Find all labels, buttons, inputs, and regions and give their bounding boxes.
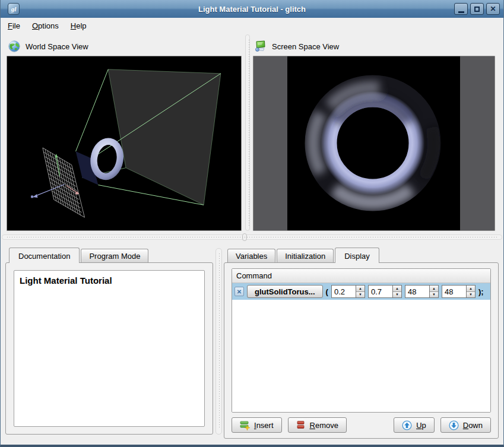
arg-1-down-button[interactable]: ▼ [356, 292, 364, 298]
tab-display[interactable]: Display [335, 248, 379, 263]
down-arrow-icon: ▼ [359, 293, 362, 296]
minimize-button[interactable] [454, 3, 468, 15]
world-view-section: World Space View [7, 33, 242, 231]
remove-icon [296, 420, 306, 430]
command-name-button[interactable]: glutSolidTorus... [247, 285, 323, 298]
documentation-text-area[interactable]: Light Material Tutorial [14, 270, 205, 427]
command-row[interactable]: ✕ glutSolidTorus... ( 0.2 ▲ ▼ 0.7 [232, 283, 490, 300]
maximize-button[interactable] [470, 3, 484, 15]
arg-2-up-button[interactable]: ▲ [393, 286, 401, 292]
tab-program-mode[interactable]: Program Mode [81, 249, 148, 262]
tab-documentation[interactable]: Documentation [9, 248, 80, 263]
arg-1-up-button[interactable]: ▲ [356, 286, 364, 292]
close-icon: ✕ [490, 5, 496, 13]
window-bottom-edge [1, 442, 503, 444]
command-buttons-row: Insert Remove [232, 417, 491, 433]
app-icon[interactable]: gl [8, 3, 20, 15]
arg-3-down-button[interactable]: ▼ [430, 292, 438, 298]
main-splitter[interactable] [2, 234, 502, 240]
documentation-title: Light Material Tutorial [20, 275, 199, 286]
tab-variables[interactable]: Variables [227, 249, 275, 262]
tab-initialization[interactable]: Initialization [277, 249, 334, 262]
right-tab-bar: Variables Initialization Display [224, 240, 499, 262]
up-arrow-icon: ▲ [469, 287, 473, 290]
up-button[interactable]: Up [394, 417, 435, 433]
menu-bar: File Options Help [1, 18, 503, 33]
arg-2-value[interactable]: 0.7 [368, 285, 392, 298]
menu-options[interactable]: Options [32, 21, 59, 30]
documentation-page: Light Material Tutorial [5, 262, 213, 435]
arg-4-down-button[interactable]: ▼ [467, 292, 475, 298]
open-paren: ( [326, 287, 328, 296]
checkbox-x-icon: ✕ [237, 289, 242, 295]
remove-label: Remove [310, 421, 338, 430]
bottom-splitter[interactable] [215, 248, 222, 435]
title-bar[interactable]: gl Light Material Tutorial - glitch ✕ [1, 0, 503, 18]
screen-view-section: Screen Space View [253, 33, 495, 231]
close-paren: ); [478, 287, 484, 296]
arg-1-value[interactable]: 0.2 [331, 285, 356, 298]
remove-button[interactable]: Remove [288, 417, 347, 433]
down-arrow-icon: ▼ [432, 293, 436, 296]
command-enabled-checkbox[interactable]: ✕ [234, 287, 244, 296]
viewports-row: World Space View [1, 33, 503, 231]
up-label: Up [416, 421, 426, 430]
move-down-icon [449, 420, 459, 430]
screen-view-title: Screen Space View [272, 42, 339, 51]
left-tab-bar: Documentation Program Mode [5, 240, 213, 262]
globe-icon [8, 40, 21, 53]
app-window: gl Light Material Tutorial - glitch ✕ Fi… [0, 0, 504, 447]
monitor-icon [254, 40, 267, 53]
arg-3-value[interactable]: 48 [405, 285, 429, 298]
close-button[interactable]: ✕ [486, 3, 500, 15]
up-arrow-icon: ▲ [395, 287, 399, 290]
arg-spinner-2: 0.7 ▲ ▼ [368, 285, 402, 298]
command-header-label: Command [236, 271, 272, 280]
insert-button[interactable]: Insert [232, 417, 282, 433]
down-arrow-icon: ▼ [469, 293, 473, 296]
command-column-header: Command [232, 269, 490, 283]
screen-view-header: Screen Space View [253, 33, 495, 56]
down-arrow-icon: ▼ [395, 293, 399, 296]
down-button[interactable]: Down [440, 417, 491, 433]
arg-3-up-button[interactable]: ▲ [430, 286, 438, 292]
documentation-section: Documentation Program Mode Light Materia… [5, 240, 213, 442]
arg-2-down-button[interactable]: ▼ [393, 292, 401, 298]
command-list: Command ✕ glutSolidTorus... ( 0.2 ▲ ▼ [232, 268, 491, 413]
program-section: Variables Initialization Display Command… [224, 240, 499, 442]
menu-file[interactable]: File [8, 21, 20, 30]
menu-help[interactable]: Help [71, 21, 87, 30]
viewport-splitter[interactable] [245, 34, 250, 231]
window-title: Light Material Tutorial - glitch [1, 5, 503, 14]
move-up-icon [402, 420, 412, 430]
world-view-header: World Space View [7, 33, 242, 56]
minimize-icon [458, 11, 464, 13]
down-label: Down [463, 421, 483, 430]
arg-4-up-button[interactable]: ▲ [467, 286, 475, 292]
insert-icon [240, 420, 250, 430]
screen-space-canvas[interactable] [253, 56, 495, 231]
command-list-body[interactable] [232, 300, 490, 412]
arg-4-value[interactable]: 48 [442, 285, 466, 298]
up-arrow-icon: ▲ [359, 287, 362, 290]
world-view-title: World Space View [26, 42, 88, 51]
insert-label: Insert [254, 421, 274, 430]
arg-spinner-1: 0.2 ▲ ▼ [331, 285, 365, 298]
arg-spinner-4: 48 ▲ ▼ [442, 285, 476, 298]
maximize-icon [474, 7, 480, 12]
world-space-canvas[interactable] [7, 56, 242, 231]
display-page: Command ✕ glutSolidTorus... ( 0.2 ▲ ▼ [224, 262, 499, 439]
up-arrow-icon: ▲ [432, 287, 436, 290]
bottom-row: Documentation Program Mode Light Materia… [1, 240, 503, 442]
arg-spinner-3: 48 ▲ ▼ [405, 285, 439, 298]
